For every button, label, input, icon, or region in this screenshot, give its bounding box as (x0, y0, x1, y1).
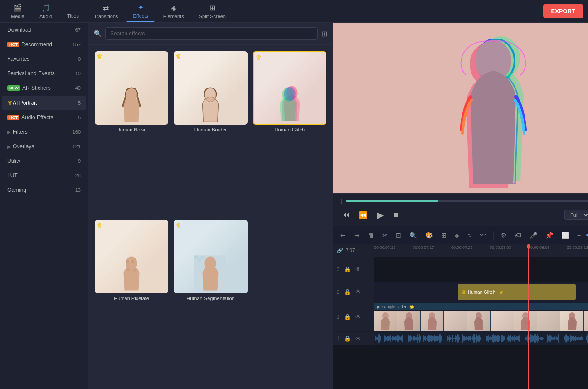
effect-clip[interactable]: ♛ Human Glitch ♛ (458, 284, 576, 300)
play-button[interactable]: ▶ (375, 208, 385, 222)
track-area-3 (374, 257, 588, 282)
sidebar-item-overlays[interactable]: ▶ Overlays 121 (2, 140, 86, 153)
stop-button[interactable]: ⏹ (391, 209, 402, 221)
sidebar-item-ar-stickers[interactable]: NEW AR Stickers 40 (2, 81, 86, 95)
track-label-3: 3 (337, 267, 340, 272)
track-label-2: 2 (337, 290, 340, 295)
link-icon[interactable]: 🔗 (337, 248, 343, 253)
grid-toggle-icon[interactable]: ⊞ (321, 29, 327, 38)
ruler-ticks: 00:00:07:12 00:00:07:17 00:00:07:22 00:0… (374, 244, 588, 257)
track-label-1: 1 (337, 315, 340, 320)
audio-adjust-button[interactable]: ≈ (465, 230, 474, 241)
bracket-start-icon[interactable]: { (340, 197, 342, 204)
sticker-button[interactable]: 📌 (543, 230, 556, 241)
zoom-fill (586, 234, 588, 236)
effect-card-human-border[interactable]: ♛ Human Border (174, 51, 247, 214)
zoom-out-timeline[interactable]: − (574, 230, 583, 241)
video-clip-label: sample_video (382, 305, 408, 309)
sidebar-item-festival[interactable]: Festival and Events 10 (2, 67, 86, 80)
track-controls-effect: 2 🔒 👁 (333, 282, 374, 302)
color-button[interactable]: 🎨 (423, 230, 436, 241)
bookmark-button[interactable]: 🏷 (512, 230, 524, 241)
zoom-in-button[interactable]: 🔍 (407, 230, 420, 241)
skip-back-button[interactable]: ⏮ (340, 209, 351, 221)
sidebar-item-audio-effects[interactable]: HOT Audio Effects 5 (2, 111, 86, 124)
nav-item-audio[interactable]: 🎵 Audio (33, 1, 58, 22)
audio-wave-button[interactable]: 〰 (477, 230, 489, 241)
nav-item-split-screen[interactable]: ⊞ Split Screen (193, 1, 232, 22)
quality-select[interactable]: Full 1/2 1/4 (564, 210, 588, 220)
cut-button[interactable]: ✂ (379, 230, 390, 241)
effect-card-human-pixelate[interactable]: ♛ Human Pixelate (95, 220, 168, 383)
zoom-slider[interactable] (586, 234, 588, 236)
track-lock-audio[interactable]: 🔒 (343, 335, 352, 343)
right-panel: { } 00:00:08:05 ⏮ ⏪ ▶ ⏹ Full 1/2 1/4 🖥 (333, 23, 588, 389)
video-play-icon: ▶ (377, 304, 380, 309)
timeline-area: ↩ ↪ 🗑 ✂ ⊡ 🔍 🎨 ⊞ ◈ ≈ 〰 ⚙ 🏷 🎤 📌 ⬜ − (333, 226, 588, 389)
effect-name: Human Pixelate (95, 296, 168, 301)
track-controls-audio: 1 🔒 👁 (333, 332, 374, 345)
player-controls: { } 00:00:08:05 ⏮ ⏪ ▶ ⏹ Full 1/2 1/4 🖥 (333, 193, 588, 226)
track-row-3: 3 🔒 👁 (333, 257, 588, 282)
effect-card-human-glitch[interactable]: ♛ Human Glitch (253, 51, 326, 214)
sidebar-item-utility[interactable]: Utility 9 (2, 154, 86, 168)
effect-clip-crown2-icon: ♛ (499, 290, 503, 295)
left-sidebar: Download 67 HOT Recommend 157 Favorites … (0, 23, 88, 389)
track-row-video: 1 🔒 👁 ▶ sample_video 🌟 (333, 302, 588, 332)
effect-card-human-segmentation[interactable]: ♛ Human Segmentation (174, 220, 247, 383)
track-lock-2[interactable]: 🔒 (343, 288, 352, 296)
playback-controls: ⏮ ⏪ ▶ ⏹ Full 1/2 1/4 🖥 📷 🔊 ⛶ (340, 208, 588, 222)
nav-item-media[interactable]: 🎬 Media (5, 1, 31, 22)
sidebar-item-filters[interactable]: ▶ Filters 160 (2, 125, 86, 139)
effect-name: Human Glitch (253, 127, 326, 132)
effect-card-human-noise[interactable]: ♛ Human Noise (95, 51, 168, 214)
progress-bar[interactable]: { } 00:00:08:05 (340, 197, 588, 204)
track-row-effect: 2 🔒 👁 ♛ Human Glitch ♛ (333, 282, 588, 302)
sidebar-item-download[interactable]: Download 67 (2, 23, 86, 37)
crop-button[interactable]: ⊡ (393, 230, 404, 241)
sidebar-item-favorites[interactable]: Favorites 0 (2, 52, 86, 66)
svg-rect-10 (131, 260, 134, 263)
undo-button[interactable]: ↩ (338, 230, 349, 241)
ruler-mark: 00:00:08:03 (490, 245, 511, 250)
sidebar-item-lut[interactable]: LUT 28 (2, 169, 86, 182)
progress-track[interactable] (346, 200, 588, 202)
track-lock-3[interactable]: 🔒 (343, 265, 352, 273)
track-visibility-audio[interactable]: 👁 (355, 335, 362, 343)
audio-icon: 🎵 (41, 4, 50, 12)
mic-button[interactable]: 🎤 (527, 230, 540, 241)
timeline-toolbar: ↩ ↪ 🗑 ✂ ⊡ 🔍 🎨 ⊞ ◈ ≈ 〰 ⚙ 🏷 🎤 📌 ⬜ − (333, 226, 588, 244)
sidebar-item-recommend[interactable]: HOT Recommend 157 (2, 38, 86, 51)
delete-button[interactable]: 🗑 (365, 230, 377, 241)
track-visibility-2[interactable]: 👁 (355, 288, 362, 296)
effect-name: Human Noise (95, 127, 168, 132)
track-visibility-3[interactable]: 👁 (355, 265, 362, 273)
progress-fill (346, 200, 438, 202)
svg-point-6 (284, 87, 295, 101)
svg-rect-12 (133, 269, 136, 272)
timeline-content: ✂ 3 🔒 👁 2 🔒 👁 (333, 257, 588, 389)
export-button[interactable]: EXPORT (543, 4, 583, 18)
caption-button[interactable]: ⬜ (559, 230, 572, 241)
svg-rect-8 (126, 260, 129, 263)
split-screen-icon: ⊞ (209, 4, 215, 12)
track-controls-3: 3 🔒 👁 (333, 257, 374, 282)
transform-button[interactable]: ⊞ (438, 230, 449, 241)
nav-item-titles[interactable]: T Titles (61, 1, 85, 21)
sidebar-item-ai-portrait[interactable]: ♛ AI Portrait 5 (2, 96, 86, 110)
marker-button[interactable]: ◈ (452, 230, 462, 241)
redo-button[interactable]: ↪ (351, 230, 362, 241)
nav-item-effects[interactable]: ✦ Effects (126, 0, 154, 22)
track-area-video[interactable]: ▶ sample_video 🌟 (374, 302, 588, 331)
sidebar-item-gaming[interactable]: Gaming 13 (2, 183, 86, 197)
track-lock-1[interactable]: 🔒 (343, 313, 352, 321)
transitions-icon: ⇄ (103, 4, 109, 12)
search-icon: 🔍 (94, 30, 102, 37)
search-input[interactable] (105, 27, 318, 40)
track-visibility-1[interactable]: 👁 (355, 313, 362, 321)
step-back-button[interactable]: ⏪ (357, 209, 369, 221)
nav-item-transitions[interactable]: ⇄ Transitions (87, 1, 124, 22)
effect-clip-label: Human Glitch (468, 290, 496, 295)
nav-item-elements[interactable]: ◈ Elements (157, 1, 190, 22)
settings-button[interactable]: ⚙ (498, 230, 510, 241)
